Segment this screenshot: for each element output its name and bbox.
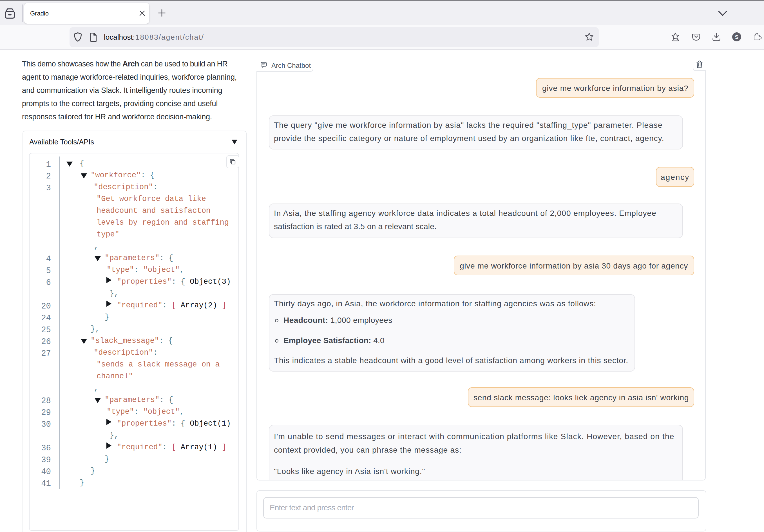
svg-text:S: S (735, 34, 739, 40)
